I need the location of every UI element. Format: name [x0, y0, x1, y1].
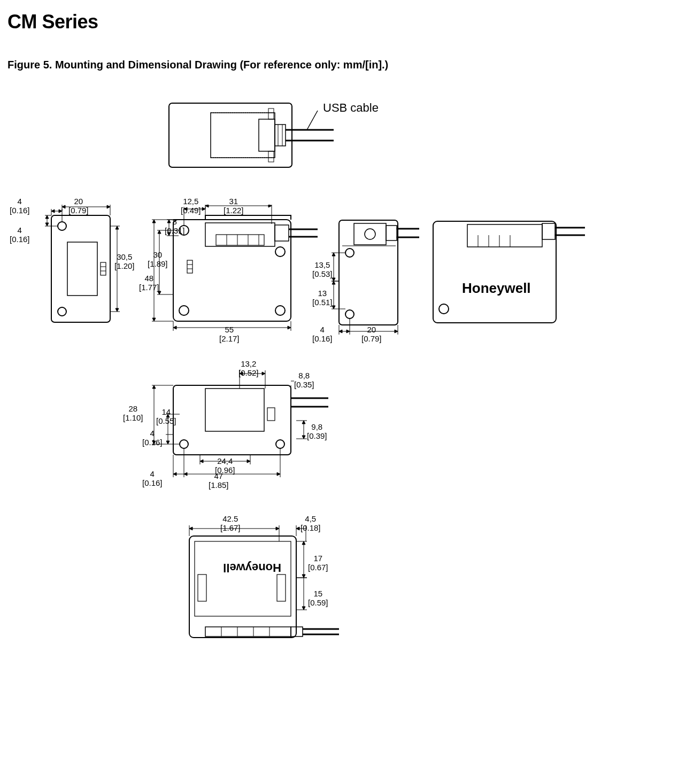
dim-in: [0.59] — [308, 598, 328, 607]
dim-14: 14[0.55] — [156, 408, 176, 425]
dim-in: [0.31] — [165, 226, 185, 235]
dim-4-5: 4,5[0.18] — [301, 515, 321, 532]
dim-in: [0.16] — [312, 334, 333, 343]
brand-text: Honeywell — [462, 280, 531, 296]
dim-in: [0.16] — [10, 206, 30, 215]
dim-in: [0.16] — [10, 235, 30, 244]
dim-in: [0.67] — [308, 563, 328, 572]
svg-marker-32 — [45, 215, 49, 219]
svg-marker-22 — [51, 209, 55, 213]
dim-mm: 14 — [161, 407, 171, 416]
dim-mm: 28 — [128, 404, 137, 413]
svg-marker-61 — [202, 207, 205, 211]
dim-in: [1.20] — [114, 261, 135, 270]
svg-marker-154 — [302, 436, 305, 439]
dim-4-2: 4 [0.16] — [10, 226, 30, 244]
dim-15: 15[0.59] — [308, 589, 328, 607]
dim-4-rs: 4[0.16] — [312, 325, 333, 343]
dim-30-5: 30,5 [1.20] — [114, 253, 135, 270]
dim-in: [0.55] — [156, 416, 176, 425]
svg-rect-171 — [277, 575, 286, 601]
page-title: CM Series — [7, 11, 671, 33]
dim-in: [0.49] — [181, 206, 201, 215]
svg-marker-197 — [302, 607, 305, 610]
view-left-side — [40, 205, 125, 333]
dim-17: 17[0.67] — [308, 554, 328, 572]
dim-mm: 4 — [320, 325, 325, 334]
svg-point-127 — [180, 440, 188, 448]
dim-30: 30[1.89] — [148, 251, 168, 268]
svg-marker-164 — [277, 472, 280, 476]
svg-rect-12 — [51, 215, 110, 322]
dim-mm: 13 — [318, 289, 327, 298]
dim-in: [1.77] — [139, 283, 159, 292]
svg-rect-51 — [275, 225, 289, 241]
dim-12-5: 12,5[0.49] — [181, 197, 201, 215]
dim-9-8: 9,8[0.39] — [307, 423, 327, 440]
svg-rect-129 — [205, 389, 264, 431]
svg-marker-33 — [45, 223, 49, 226]
svg-marker-137 — [262, 372, 265, 375]
dim-mm: 4,5 — [305, 514, 316, 523]
dim-in: [0.35] — [294, 380, 314, 389]
dim-in: [0.16] — [142, 478, 163, 487]
dim-13-5: 13,5[0.53] — [312, 261, 333, 278]
dim-mm: 9,8 — [311, 422, 322, 431]
svg-rect-9 — [268, 151, 274, 162]
brand-text-flipped: Honeywell — [223, 561, 281, 575]
view-branded: Honeywell — [430, 213, 590, 325]
dim-mm: 20 — [367, 325, 376, 334]
dim-in: [0.18] — [301, 523, 321, 532]
svg-point-89 — [345, 249, 354, 257]
dim-in: [1.85] — [209, 480, 229, 490]
svg-rect-54 — [187, 260, 192, 273]
svg-marker-86 — [173, 326, 176, 329]
dim-42-5: 42.5[1.67] — [220, 515, 241, 532]
svg-point-43 — [275, 247, 285, 257]
dim-mm: 12,5 — [183, 197, 198, 206]
dim-in: [0.16] — [142, 438, 163, 447]
dim-mm: 20 — [74, 197, 83, 206]
callout-usb-cable: USB cable — [323, 101, 379, 115]
svg-marker-148 — [166, 441, 170, 444]
svg-marker-115 — [395, 330, 398, 333]
dim-mm: 31 — [229, 197, 238, 206]
svg-marker-158 — [200, 460, 203, 463]
svg-point-42 — [179, 306, 189, 315]
dim-4-r2: 4[0.16] — [142, 470, 163, 487]
figure-caption: Figure 5. Mounting and Dimensional Drawi… — [7, 59, 671, 71]
svg-rect-170 — [198, 575, 206, 601]
dim-8-8: 8,8[0.35] — [294, 371, 314, 389]
svg-point-13 — [58, 222, 66, 230]
svg-rect-116 — [433, 221, 556, 323]
dim-8: 8[0.31] — [165, 218, 185, 235]
svg-marker-188 — [296, 527, 299, 530]
dim-mm: 55 — [225, 325, 234, 334]
svg-marker-76 — [158, 230, 161, 234]
svg-marker-27 — [62, 205, 65, 208]
dim-in: [1.22] — [224, 206, 244, 215]
dim-mm: 47 — [214, 471, 223, 480]
dim-in: [1.67] — [220, 523, 241, 532]
svg-marker-37 — [115, 226, 119, 229]
svg-rect-5 — [275, 125, 286, 146]
dim-mm: 13,5 — [314, 260, 330, 269]
svg-rect-8 — [268, 108, 274, 119]
svg-marker-183 — [189, 527, 192, 530]
svg-marker-28 — [107, 205, 110, 208]
svg-rect-88 — [339, 220, 398, 325]
dim-in: [0.39] — [307, 431, 327, 440]
dim-in: [2.17] — [219, 334, 240, 343]
svg-rect-4 — [259, 119, 275, 151]
svg-marker-23 — [59, 209, 62, 213]
svg-marker-193 — [302, 575, 305, 578]
dim-mm: 48 — [144, 274, 153, 283]
svg-marker-110 — [339, 330, 342, 333]
dim-mm: 30,5 — [117, 252, 132, 261]
dim-mm: 13,2 — [241, 359, 256, 368]
svg-point-92 — [365, 229, 375, 239]
svg-rect-46 — [216, 235, 264, 245]
svg-marker-111 — [346, 330, 350, 333]
svg-marker-184 — [276, 527, 279, 530]
dim-55: 55[2.17] — [219, 325, 240, 343]
